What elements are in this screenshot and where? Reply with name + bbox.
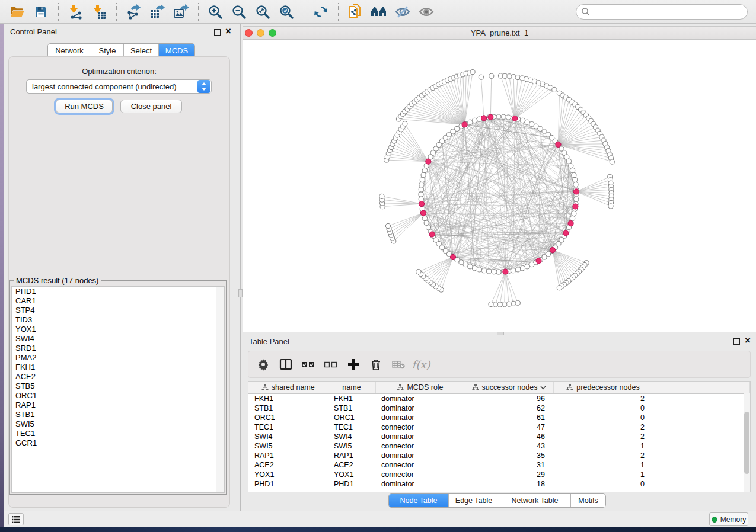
table-cell[interactable]: connector xyxy=(375,422,465,432)
table-scrollbar-thumb[interactable] xyxy=(744,412,749,474)
delete-row-icon[interactable] xyxy=(366,355,386,373)
network-node[interactable] xyxy=(552,87,557,92)
table-cell[interactable]: 0 xyxy=(553,403,653,413)
mcds-list-scrollbar[interactable] xyxy=(216,287,224,492)
table-cell[interactable]: 96 xyxy=(465,394,553,404)
run-mcds-button[interactable]: Run MCDS xyxy=(56,100,113,113)
table-cell[interactable]: 1 xyxy=(553,441,653,451)
network-node[interactable] xyxy=(492,270,496,274)
network-node[interactable] xyxy=(610,159,614,164)
network-node[interactable] xyxy=(529,262,534,267)
network-node[interactable] xyxy=(472,266,477,271)
close-panel-icon[interactable]: × xyxy=(225,28,231,34)
network-node[interactable] xyxy=(573,182,578,187)
table-cell[interactable]: RAP1 xyxy=(248,451,328,460)
table-cell[interactable]: 1 xyxy=(553,470,653,479)
table-cell[interactable]: PHD1 xyxy=(328,479,375,489)
network-canvas[interactable] xyxy=(243,40,756,332)
column-header-name[interactable]: name xyxy=(328,382,375,394)
network-mcds-node[interactable] xyxy=(550,248,555,253)
mcds-result-item[interactable]: TID3 xyxy=(12,315,224,325)
search-input[interactable] xyxy=(594,7,742,17)
close-table-panel-icon[interactable]: × xyxy=(745,338,751,344)
network-node[interactable] xyxy=(506,115,511,120)
network-node[interactable] xyxy=(569,164,573,168)
task-history-button[interactable] xyxy=(8,513,24,525)
table-cell[interactable]: connector xyxy=(375,470,465,479)
network-mcds-node[interactable] xyxy=(419,201,424,206)
network-node[interactable] xyxy=(570,216,575,220)
network-node[interactable] xyxy=(422,216,427,220)
network-node[interactable] xyxy=(421,172,426,177)
network-node[interactable] xyxy=(379,194,384,198)
table-cell[interactable]: SWI4 xyxy=(328,432,375,441)
mcds-result-item[interactable]: SRD1 xyxy=(12,344,224,353)
network-node[interactable] xyxy=(419,182,424,187)
table-row[interactable]: ACE2ACE2connector311 xyxy=(248,460,750,470)
table-cell[interactable]: PHD1 xyxy=(248,479,328,489)
network-node[interactable] xyxy=(422,168,427,172)
network-node[interactable] xyxy=(479,75,483,79)
network-node[interactable] xyxy=(472,118,477,123)
table-row[interactable]: YOX1YOX1connector291 xyxy=(248,470,750,479)
table-cell[interactable]: 0 xyxy=(553,413,653,422)
tab-node-table[interactable]: Node Table xyxy=(389,494,449,507)
network-mcds-node[interactable] xyxy=(481,116,486,121)
network-node[interactable] xyxy=(520,266,525,271)
table-cell[interactable]: 46 xyxy=(465,432,553,441)
network-mcds-node[interactable] xyxy=(450,254,455,259)
network-node[interactable] xyxy=(468,264,473,269)
zoom-fit-icon[interactable] xyxy=(254,4,272,20)
table-cell[interactable]: FKH1 xyxy=(328,394,375,404)
network-node[interactable] xyxy=(566,159,571,164)
column-header-successor-nodes[interactable]: successor nodes xyxy=(465,382,553,394)
add-row-icon[interactable] xyxy=(343,355,363,373)
network-node[interactable] xyxy=(489,302,493,306)
network-node[interactable] xyxy=(424,220,429,225)
table-cell[interactable]: dominator xyxy=(375,403,465,413)
deselect-all-icon[interactable] xyxy=(321,355,341,373)
network-mcds-node[interactable] xyxy=(426,159,431,164)
table-row[interactable]: STB1STB1dominator620 xyxy=(248,403,750,413)
network-node[interactable] xyxy=(470,70,475,75)
network-node[interactable] xyxy=(515,300,520,305)
network-node[interactable] xyxy=(557,286,562,290)
export-table-icon[interactable] xyxy=(148,4,166,20)
network-node[interactable] xyxy=(403,121,407,126)
table-row[interactable]: TEC1TEC1connector472 xyxy=(248,422,750,432)
mcds-result-item[interactable]: ACE2 xyxy=(12,372,224,382)
network-node[interactable] xyxy=(496,114,501,119)
export-image-icon[interactable] xyxy=(172,4,190,20)
network-node[interactable] xyxy=(477,267,481,272)
first-neighbors-icon[interactable] xyxy=(370,4,388,20)
save-icon[interactable] xyxy=(32,4,50,20)
select-all-icon[interactable] xyxy=(298,355,318,373)
table-cell[interactable]: 29 xyxy=(465,470,553,479)
network-node[interactable] xyxy=(516,267,521,272)
network-node[interactable] xyxy=(520,118,525,123)
tab-style[interactable]: Style xyxy=(91,44,124,57)
table-cell[interactable]: 2 xyxy=(553,451,653,460)
network-mcds-node[interactable] xyxy=(420,210,426,216)
refresh-icon[interactable] xyxy=(312,4,330,20)
network-node[interactable] xyxy=(420,177,425,182)
network-node[interactable] xyxy=(468,120,473,124)
delete-table-icon[interactable] xyxy=(388,355,409,373)
open-file-icon[interactable] xyxy=(8,4,26,20)
network-node[interactable] xyxy=(426,225,430,230)
network-node[interactable] xyxy=(511,301,516,306)
table-cell[interactable]: ACE2 xyxy=(328,460,375,470)
network-node[interactable] xyxy=(525,120,529,124)
table-cell[interactable]: 61 xyxy=(465,413,553,422)
tab-edge-table[interactable]: Edge Table xyxy=(449,494,499,507)
network-mcds-node[interactable] xyxy=(556,142,561,147)
function-builder-icon[interactable]: f(x) xyxy=(411,355,431,373)
mcds-result-item[interactable]: SWI4 xyxy=(12,334,224,344)
table-cell[interactable]: connector xyxy=(375,460,465,470)
network-node[interactable] xyxy=(481,268,486,273)
tab-network-table[interactable]: Network Table xyxy=(499,494,571,507)
network-node[interactable] xyxy=(511,268,515,273)
network-node[interactable] xyxy=(487,269,492,274)
network-node[interactable] xyxy=(489,73,494,78)
table-cell[interactable]: ACE2 xyxy=(248,460,328,470)
